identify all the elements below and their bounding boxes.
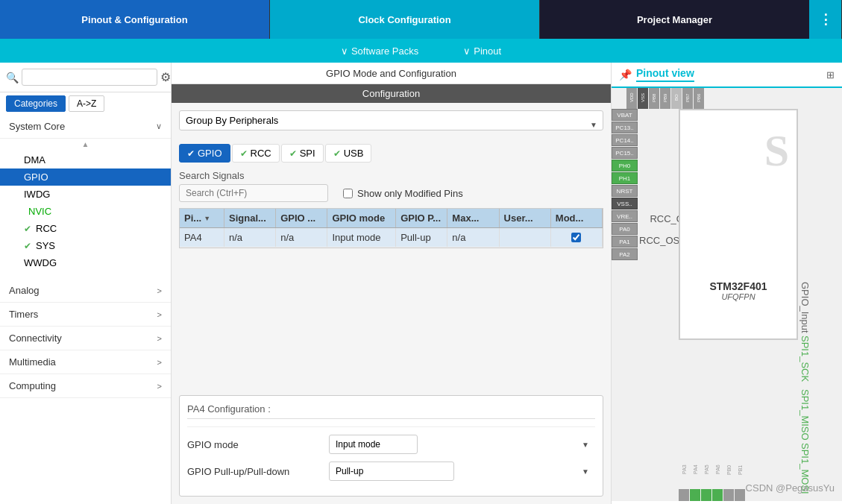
sidebar-item-iwdg[interactable]: IWDG	[0, 186, 171, 203]
analog-arrow-icon: >	[157, 286, 162, 295]
sidebar-search-bar: 🔍 ⚙	[0, 63, 171, 92]
gpio-mode-row: GPIO mode Input mode Output Push Pull Ou…	[187, 435, 595, 454]
rcc-check-icon: ✔	[24, 224, 31, 234]
pinout-view-title: Pinout view	[636, 67, 694, 82]
gpio-mode-dropdown[interactable]: Input mode Output Push Pull Output Open …	[329, 435, 418, 454]
pin-ph0: PH0	[612, 160, 638, 171]
rcc-tab-label: RCC	[251, 148, 271, 159]
sys-check-icon: ✔	[24, 241, 31, 251]
nav-dots[interactable]: ⋮	[809, 0, 842, 39]
col-user-label[interactable]: User...	[500, 209, 551, 227]
gear-icon[interactable]: ⚙	[160, 70, 171, 84]
grid-icon[interactable]: ⊞	[826, 69, 835, 81]
show-modified-checkbox[interactable]	[343, 189, 353, 198]
pin-pa2: PA2	[612, 248, 638, 260]
search-row: Show only Modified Pins	[179, 184, 603, 202]
nav-clock[interactable]: Clock Configuration	[270, 0, 540, 39]
group-by-wrapper: Group By Peripherals Group By IPs	[179, 110, 603, 138]
table-header: Pi... ▼ Signal... GPIO ... GPIO mode GPI…	[180, 209, 603, 228]
cell-user-label	[500, 228, 551, 247]
bottom-pin-pa4: PA4	[690, 451, 700, 501]
table-row[interactable]: PA4 n/a n/a Input mode Pull-up	[180, 228, 603, 248]
signals-table: Pi... ▼ Signal... GPIO ... GPIO mode GPI…	[179, 208, 603, 248]
multimedia-arrow-icon: >	[157, 358, 162, 367]
wwdg-label: WWDG	[24, 257, 57, 268]
sidebar-item-nvic[interactable]: NVIC	[0, 203, 171, 220]
sidebar-item-analog[interactable]: Analog >	[0, 279, 171, 303]
chevron-down-icon: ∨	[156, 122, 162, 131]
sidebar-item-rcc[interactable]: ✔ RCC	[0, 220, 171, 237]
iwdg-label: IWDG	[24, 189, 50, 200]
pin-vre: VRE..	[612, 210, 638, 222]
tab-gpio[interactable]: ✔ GPIO	[179, 144, 230, 163]
sidebar: 🔍 ⚙ Categories A->Z System Core ∨ ▲ DMA …	[0, 63, 172, 504]
nav-pinout-view[interactable]: ∨ Pinout	[463, 45, 501, 57]
gpio-pull-dropdown[interactable]: No pull-up and no pull-down Pull-up Pull…	[329, 462, 454, 481]
tab-spi[interactable]: ✔ SPI	[281, 144, 324, 163]
gpio-mode-field-label: GPIO mode	[187, 439, 321, 450]
col-pin[interactable]: Pi... ▼	[180, 209, 224, 227]
timers-label: Timers	[9, 309, 38, 320]
left-pins: VBAT PC13.. PC14.. PC15.. PH0 PH1 NRST V…	[612, 109, 638, 260]
search-input[interactable]	[22, 69, 157, 86]
pin-pa1: PA1	[612, 236, 638, 248]
col-gpio-pull[interactable]: GPIO P...	[396, 209, 447, 227]
separator	[187, 418, 595, 419]
vpin-pb7: PB7	[682, 88, 693, 109]
sidebar-item-multimedia[interactable]: Multimedia >	[0, 350, 171, 374]
cell-modified[interactable]	[551, 228, 603, 247]
bottom-pin-pb1: PB1	[735, 451, 745, 501]
analog-label: Analog	[9, 285, 39, 296]
group-by-select[interactable]: Group By Peripherals Group By IPs	[179, 110, 603, 130]
modified-checkbox[interactable]	[571, 233, 581, 242]
gpio-pull-dropdown-wrapper: No pull-up and no pull-down Pull-up Pull…	[329, 462, 595, 481]
sidebar-item-sys[interactable]: ✔ SYS	[0, 237, 171, 254]
cell-gpio-label: n/a	[276, 228, 327, 247]
sidebar-item-gpio[interactable]: GPIO	[0, 168, 171, 186]
bottom-pin-pa6: PA6	[712, 451, 723, 501]
configuration-body: Group By Peripherals Group By IPs ✔ GPIO…	[172, 103, 611, 395]
gpio-mode-header: GPIO Mode and Configuration	[172, 63, 611, 84]
chip-package: UFQFPN	[688, 292, 789, 301]
cell-gpio-mode: Input mode	[327, 228, 396, 247]
nav-software-packs[interactable]: ∨ Software Packs	[341, 45, 418, 57]
col-gpio-label[interactable]: GPIO ...	[276, 209, 327, 227]
col-signal[interactable]: Signal...	[224, 209, 276, 227]
vpin-pb8: PB8	[649, 88, 659, 109]
tab-rcc[interactable]: ✔ RCC	[232, 144, 280, 163]
nav-clock-label: Clock Configuration	[358, 14, 450, 25]
nav-pinout[interactable]: Pinout & Configuration	[0, 0, 270, 39]
col-gpio-mode[interactable]: GPIO mode	[327, 209, 396, 227]
search-icon: 🔍	[6, 72, 19, 84]
right-panel: 📌 Pinout view ⊞ VDD VSS PB8 PB9 BO PB7 P…	[611, 63, 842, 504]
sidebar-item-timers[interactable]: Timers >	[0, 303, 171, 327]
rcc-tab-check-icon: ✔	[240, 148, 248, 159]
pa4-config-header: PA4 Configuration :	[187, 403, 595, 427]
vpin-pb6: PB6	[694, 88, 704, 109]
sidebar-item-wwdg[interactable]: WWDG	[0, 254, 171, 271]
dma-label: DMA	[24, 154, 45, 166]
pin-box-pa5	[701, 489, 711, 501]
bottom-pins: PA3 PA4 PA5 PA6 PB0	[679, 451, 745, 501]
col-modified[interactable]: Mod...	[551, 209, 603, 227]
sidebar-tabs: Categories A->Z	[0, 92, 171, 115]
gpio-pull-row: GPIO Pull-up/Pull-down No pull-up and no…	[187, 462, 595, 481]
nav-project[interactable]: Project Manager	[540, 0, 809, 39]
sidebar-item-connectivity[interactable]: Connectivity >	[0, 327, 171, 350]
bottom-pin-pa3: PA3	[679, 451, 689, 501]
spi1-miso-label: SPI1_MISO	[799, 389, 811, 441]
tab-usb[interactable]: ✔ USB	[325, 144, 372, 163]
sidebar-item-dma[interactable]: DMA	[0, 151, 171, 168]
search-signals-input[interactable]	[179, 184, 328, 202]
tab-categories[interactable]: Categories	[6, 95, 66, 112]
connectivity-arrow-icon: >	[157, 334, 162, 343]
sidebar-item-system-core[interactable]: System Core ∨	[0, 115, 171, 139]
pin-vbat: VBAT	[612, 109, 638, 121]
col-max-output[interactable]: Max...	[447, 209, 499, 227]
gpio-input-label: GPIO_Input	[799, 282, 811, 333]
tab-az[interactable]: A->Z	[69, 95, 104, 112]
pin-box-pa6	[712, 489, 723, 501]
sidebar-item-computing[interactable]: Computing >	[0, 374, 171, 398]
pin-pc13: PC13..	[612, 122, 638, 133]
configuration-header: Configuration	[172, 84, 611, 103]
